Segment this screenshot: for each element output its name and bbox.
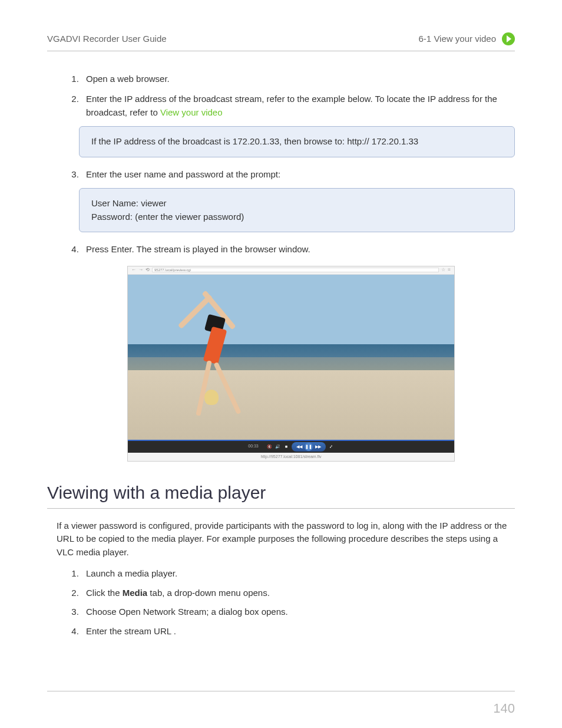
screenshot-video-frame [128,275,454,440]
page-header: VGADVI Recorder User Guide 6-1 View your… [47,32,515,51]
instruction-list-1: Open a web browser. Enter the IP address… [57,73,515,120]
fullscreen-icon: ⤢ [328,444,334,450]
person-figure [160,292,266,428]
step-3-text: Enter the user name and password at the … [86,169,280,179]
back-icon: ← [131,266,136,274]
reload-icon: ⟲ [146,266,150,274]
step-1: Open a web browser. [81,73,515,86]
instruction-list-1c: Press Enter. The stream is played in the… [57,243,515,256]
mp-step-1-text: Launch a media player. [86,568,177,578]
screenshot-browser-bar: ← → ⟲ 95277.local/preview.cgi ☆ ≡ [128,266,454,275]
rewind-icon: ◀◀ [296,444,302,450]
step-2-text: Enter the IP address of the broadcast st… [86,94,497,117]
mp-step-4: Enter the stream URL . [81,625,515,638]
mp-step-2: Click the Media tab, a drop-down menu op… [81,587,515,600]
mp-step-2a: Click the [86,588,123,598]
star-icon: ☆ [441,266,445,274]
header-guide-title: VGADVI Recorder User Guide [47,32,167,46]
vol-icon: 🔊 [275,444,281,450]
fastfwd-icon: ▶▶ [315,444,321,450]
credentials-note: User Name: viewer Password: (enter the v… [79,188,515,232]
screenshot-player-controls: 00:33 🔇 🔊 ■ ◀◀ ❚❚ ▶▶ ⤢ [128,440,454,453]
menu-icon: ≡ [448,266,451,274]
forward-icon: → [138,266,143,274]
username-line: User Name: viewer [91,197,503,210]
player-time: 00:33 [248,443,259,450]
password-line: Password: (enter the viewer password) [91,210,503,224]
address-bar: 95277.local/preview.cgi [152,268,439,272]
step-4: Press Enter. The stream is played in the… [81,243,515,256]
page-footer: 140 [47,691,515,718]
browser-screenshot: ← → ⟲ 95277.local/preview.cgi ☆ ≡ [127,266,455,462]
pause-icon: ❚❚ [305,443,313,451]
header-section-label: 6-1 View your video [419,32,496,46]
instruction-list-2: Launch a media player. Click the Media t… [47,567,515,638]
media-player-intro: If a viewer password is configured, prov… [57,519,515,559]
mp-step-2c: tab, a drop-down menu opens. [147,588,270,598]
step-1-text: Open a web browser. [86,74,170,84]
play-icon [502,32,515,45]
step-2: Enter the IP address of the broadcast st… [81,93,515,119]
screenshot-stream-url: http://95277.local:1081/stream.flv [128,453,454,461]
step-3: Enter the user name and password at the … [81,168,515,182]
page-number: 140 [493,701,515,716]
view-your-video-link[interactable]: View your video [160,107,223,117]
mp-step-3: Choose Open Network Stream; a dialog box… [81,605,515,619]
step-4-text: Press Enter. The stream is played in the… [86,244,310,254]
section-heading-media-player: Viewing with a media player [47,479,515,509]
mp-step-3-text: Choose Open Network Stream; a dialog box… [86,607,288,617]
stop-icon: ■ [283,444,289,450]
media-tab-label: Media [123,588,148,598]
mp-step-4-text: Enter the stream URL . [86,626,176,636]
mute-icon: 🔇 [267,444,273,450]
ip-example-text: If the IP address of the broadcast is 17… [91,136,418,146]
instruction-list-1b: Enter the user name and password at the … [57,168,515,182]
ip-example-note: If the IP address of the broadcast is 17… [79,126,515,157]
mp-step-1: Launch a media player. [81,567,515,581]
